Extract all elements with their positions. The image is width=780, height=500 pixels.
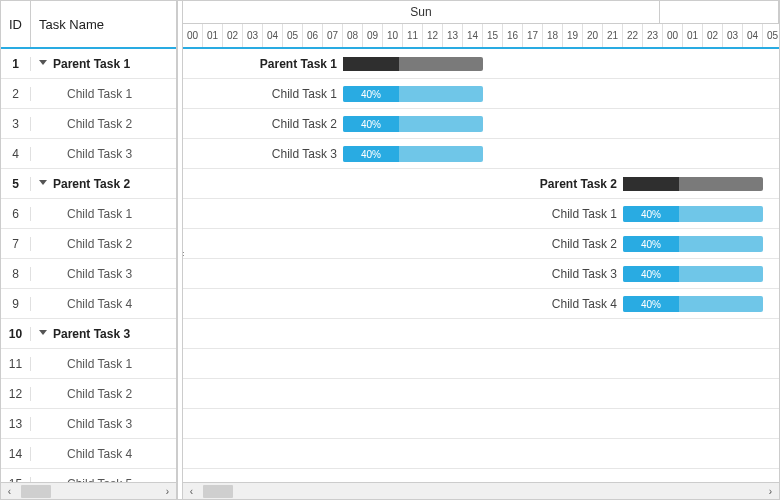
timeline-panel: Sun 000102030405060708091011121314151617… bbox=[183, 1, 779, 499]
summary-bar[interactable] bbox=[343, 57, 483, 71]
tree-row[interactable]: 1Parent Task 1 bbox=[1, 49, 176, 79]
task-bar[interactable]: 40% bbox=[623, 206, 763, 222]
row-name-cell[interactable]: Child Task 3 bbox=[31, 267, 176, 281]
tree-row[interactable]: 6Child Task 1 bbox=[1, 199, 176, 229]
column-header-id[interactable]: ID bbox=[1, 1, 31, 47]
tree-row[interactable]: 5Parent Task 2 bbox=[1, 169, 176, 199]
tree-horizontal-scrollbar[interactable]: ‹ › bbox=[1, 482, 176, 499]
row-name-cell[interactable]: Parent Task 1 bbox=[31, 57, 176, 71]
task-name-label: Child Task 3 bbox=[67, 417, 132, 431]
timeline-row[interactable] bbox=[183, 319, 779, 349]
task-name-label: Child Task 2 bbox=[67, 117, 132, 131]
task-name-label: Child Task 2 bbox=[67, 237, 132, 251]
timeline-row[interactable] bbox=[183, 439, 779, 469]
task-bar[interactable]: 40% bbox=[623, 266, 763, 282]
row-name-cell[interactable]: Child Task 1 bbox=[31, 357, 176, 371]
timeline-row[interactable] bbox=[183, 349, 779, 379]
expand-collapse-icon[interactable] bbox=[39, 330, 47, 335]
row-id: 5 bbox=[1, 177, 31, 191]
row-id: 9 bbox=[1, 297, 31, 311]
hour-header: 14 bbox=[463, 24, 483, 47]
hour-header: 00 bbox=[663, 24, 683, 47]
timeline-row[interactable] bbox=[183, 379, 779, 409]
row-name-cell[interactable]: Child Task 1 bbox=[31, 87, 176, 101]
hour-header: 08 bbox=[343, 24, 363, 47]
progress-text: 40% bbox=[641, 269, 661, 280]
tree-row[interactable]: 3Child Task 2 bbox=[1, 109, 176, 139]
task-bar[interactable]: 40% bbox=[623, 236, 763, 252]
scroll-left-icon[interactable]: ‹ bbox=[183, 483, 200, 499]
timeline-body[interactable]: Parent Task 1Child Task 140%Child Task 2… bbox=[183, 49, 779, 482]
row-name-cell[interactable]: Child Task 2 bbox=[31, 237, 176, 251]
tree-row[interactable]: 10Parent Task 3 bbox=[1, 319, 176, 349]
gantt-chart: ID Task Name 1Parent Task 12Child Task 1… bbox=[0, 0, 780, 500]
tree-row[interactable]: 2Child Task 1 bbox=[1, 79, 176, 109]
scroll-right-icon[interactable]: › bbox=[762, 483, 779, 499]
timeline-row[interactable]: Child Task 340% bbox=[183, 139, 779, 169]
scroll-left-icon[interactable]: ‹ bbox=[1, 483, 18, 500]
tree-row[interactable]: 13Child Task 3 bbox=[1, 409, 176, 439]
task-name-label: Child Task 1 bbox=[67, 357, 132, 371]
hour-header: 12 bbox=[423, 24, 443, 47]
row-name-cell[interactable]: Child Task 4 bbox=[31, 297, 176, 311]
tree-row[interactable]: 14Child Task 4 bbox=[1, 439, 176, 469]
timeline-row[interactable] bbox=[183, 469, 779, 482]
timeline-row[interactable]: Child Task 240% bbox=[183, 109, 779, 139]
row-name-cell[interactable]: Parent Task 2 bbox=[31, 177, 176, 191]
scroll-thumb[interactable] bbox=[203, 485, 233, 498]
task-name-label: Parent Task 1 bbox=[53, 57, 130, 71]
scroll-right-icon[interactable]: › bbox=[159, 483, 176, 500]
tree-row[interactable]: 8Child Task 3 bbox=[1, 259, 176, 289]
hour-header: 22 bbox=[623, 24, 643, 47]
progress-text: 40% bbox=[361, 149, 381, 160]
task-bar[interactable]: 40% bbox=[343, 116, 483, 132]
progress-fill: 40% bbox=[343, 146, 399, 162]
progress-text: 40% bbox=[361, 119, 381, 130]
tree-row[interactable]: 11Child Task 1 bbox=[1, 349, 176, 379]
expand-collapse-icon[interactable] bbox=[39, 180, 47, 185]
progress-fill: 40% bbox=[623, 236, 679, 252]
hour-header: 10 bbox=[383, 24, 403, 47]
row-id: 13 bbox=[1, 417, 31, 431]
row-name-cell[interactable]: Child Task 2 bbox=[31, 117, 176, 131]
bar-label: Child Task 4 bbox=[183, 289, 623, 319]
row-name-cell[interactable]: Child Task 1 bbox=[31, 207, 176, 221]
timeline-row[interactable]: Child Task 140% bbox=[183, 79, 779, 109]
progress-fill bbox=[623, 177, 679, 191]
timeline-horizontal-scrollbar[interactable]: ‹ › bbox=[183, 482, 779, 499]
expand-collapse-icon[interactable] bbox=[39, 60, 47, 65]
row-name-cell[interactable]: Parent Task 3 bbox=[31, 327, 176, 341]
progress-text: 40% bbox=[361, 89, 381, 100]
progress-fill: 40% bbox=[623, 266, 679, 282]
scroll-thumb[interactable] bbox=[21, 485, 51, 498]
row-name-cell[interactable]: Child Task 4 bbox=[31, 447, 176, 461]
timeline-row[interactable] bbox=[183, 409, 779, 439]
tree-row[interactable]: 4Child Task 3 bbox=[1, 139, 176, 169]
row-name-cell[interactable]: Child Task 3 bbox=[31, 147, 176, 161]
timeline-row[interactable]: Parent Task 2 bbox=[183, 169, 779, 199]
timeline-row[interactable]: Child Task 340% bbox=[183, 259, 779, 289]
tree-row[interactable]: 9Child Task 4 bbox=[1, 289, 176, 319]
row-id: 6 bbox=[1, 207, 31, 221]
day-header: Sun bbox=[183, 1, 660, 23]
hour-header: 07 bbox=[323, 24, 343, 47]
summary-bar[interactable] bbox=[623, 177, 763, 191]
tree-row[interactable]: 12Child Task 2 bbox=[1, 379, 176, 409]
timeline-row[interactable]: Child Task 440% bbox=[183, 289, 779, 319]
task-bar[interactable]: 40% bbox=[343, 86, 483, 102]
progress-fill: 40% bbox=[623, 206, 679, 222]
hour-header: 06 bbox=[303, 24, 323, 47]
tree-row[interactable]: 15Child Task 5 bbox=[1, 469, 176, 482]
timeline-row[interactable]: Parent Task 1 bbox=[183, 49, 779, 79]
hour-header: 13 bbox=[443, 24, 463, 47]
task-bar[interactable]: 40% bbox=[623, 296, 763, 312]
row-name-cell[interactable]: Child Task 3 bbox=[31, 417, 176, 431]
timeline-row[interactable]: Child Task 240% bbox=[183, 229, 779, 259]
row-name-cell[interactable]: Child Task 2 bbox=[31, 387, 176, 401]
hour-header: 21 bbox=[603, 24, 623, 47]
task-bar[interactable]: 40% bbox=[343, 146, 483, 162]
timeline-row[interactable]: Child Task 140% bbox=[183, 199, 779, 229]
tree-row[interactable]: 7Child Task 2 bbox=[1, 229, 176, 259]
column-header-name[interactable]: Task Name bbox=[31, 1, 176, 47]
task-tree-panel: ID Task Name 1Parent Task 12Child Task 1… bbox=[1, 1, 177, 499]
